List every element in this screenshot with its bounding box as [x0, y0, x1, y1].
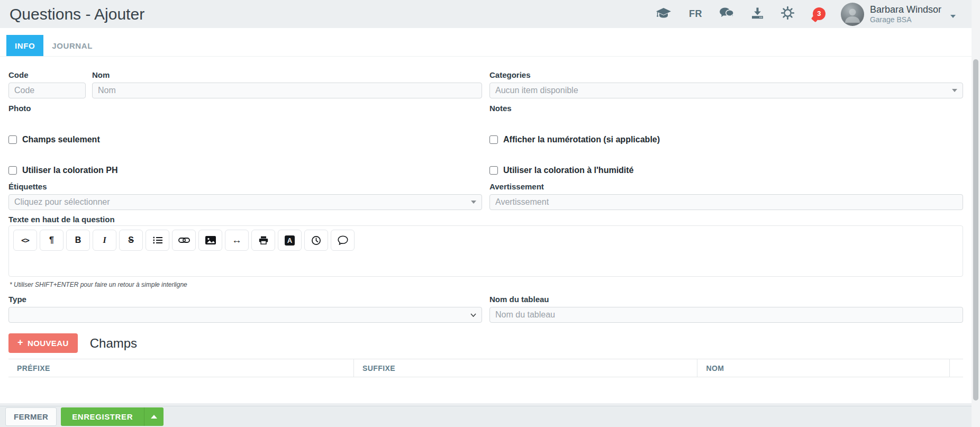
avertissement-input[interactable]: [489, 194, 963, 210]
caret-up-icon: [151, 415, 157, 419]
categories-placeholder: Aucun item disponible: [495, 86, 578, 95]
print-icon[interactable]: [251, 230, 275, 251]
paragraph-icon[interactable]: ¶: [40, 230, 63, 251]
nouveau-button[interactable]: + NOUVEAU: [8, 333, 78, 353]
page-title: Questions - Ajouter: [10, 5, 144, 23]
column-header-prefixe[interactable]: PRÉFIXE: [8, 359, 354, 377]
column-header-nom[interactable]: NOM: [697, 359, 949, 377]
scrollbar-thumb[interactable]: [973, 59, 978, 401]
afficher-numerotation-label: Afficher la numérotation (si applicable): [503, 135, 660, 144]
editor-label: Texte en haut de la question: [8, 215, 963, 224]
image-icon[interactable]: [198, 230, 222, 251]
coloration-humidite-checkbox[interactable]: [489, 166, 498, 175]
tab-info[interactable]: INFO: [6, 35, 43, 56]
enregistrer-button[interactable]: ENREGISTRER: [61, 407, 144, 426]
editor-hint: * Utiliser SHIFT+ENTER pour faire un ret…: [10, 281, 963, 288]
user-name: Barbara Windsor: [870, 4, 941, 16]
italic-icon[interactable]: I: [93, 230, 116, 251]
select-chevron-icon: [470, 313, 476, 317]
column-header-suffixe[interactable]: SUFFIXE: [354, 359, 697, 377]
notifications-icon[interactable]: 3: [812, 7, 825, 21]
champs-table-header: PRÉFIXE SUFFIXE NOM: [8, 359, 963, 377]
avertissement-label: Avertissement: [489, 182, 963, 191]
graduation-cap-icon[interactable]: [656, 7, 672, 21]
code-input[interactable]: [8, 83, 86, 98]
categories-select[interactable]: Aucun item disponible: [489, 83, 963, 98]
list-icon[interactable]: [146, 230, 169, 251]
chevron-down-icon: [471, 201, 476, 204]
user-organization: Garage BSA: [870, 15, 941, 24]
link-icon[interactable]: [172, 230, 196, 251]
champs-seulement-label: Champs seulement: [22, 135, 100, 144]
champs-section-title: Champs: [90, 336, 137, 351]
column-header-actions: [950, 359, 963, 377]
notes-label: Notes: [489, 104, 963, 113]
etiquettes-select[interactable]: Cliquez pour sélectionner: [8, 194, 482, 210]
enregistrer-options-button[interactable]: [144, 407, 164, 426]
nom-label: Nom: [92, 70, 482, 79]
language-selector[interactable]: FR: [689, 8, 702, 20]
main-panel: INFO JOURNAL Code Nom Categories Aucun i…: [0, 28, 980, 403]
user-menu[interactable]: Barbara Windsor Garage BSA: [841, 3, 956, 26]
coloration-humidite-label: Utiliser la coloration à l'humidité: [503, 166, 634, 175]
tab-bar: INFO JOURNAL: [0, 28, 980, 57]
download-icon[interactable]: [751, 7, 764, 21]
champs-seulement-checkbox[interactable]: [8, 135, 17, 144]
tab-journal[interactable]: JOURNAL: [43, 35, 101, 56]
etiquettes-label: Étiquettes: [8, 182, 482, 191]
editor-toolbar: <> ¶ B I S: [13, 230, 958, 251]
top-bar: Questions - Ajouter FR: [0, 0, 980, 28]
form-content: Code Nom Categories Aucun item disponibl…: [0, 70, 980, 377]
rich-text-editor: <> ¶ B I S: [8, 225, 963, 277]
comment-icon[interactable]: [331, 230, 355, 251]
type-select[interactable]: [8, 307, 482, 323]
horizontal-rule-icon[interactable]: ↔: [225, 230, 249, 251]
notification-count-badge: 3: [813, 7, 825, 20]
code-icon[interactable]: <>: [13, 230, 37, 251]
avatar: [841, 3, 864, 26]
code-label: Code: [8, 70, 86, 79]
fermer-button[interactable]: FERMER: [5, 407, 57, 426]
bold-icon[interactable]: B: [66, 230, 90, 251]
user-menu-caret-icon: [950, 15, 956, 18]
enregistrer-split-button: ENREGISTRER: [61, 407, 164, 426]
gear-icon[interactable]: [781, 6, 794, 22]
coloration-ph-label: Utiliser la coloration PH: [22, 166, 117, 175]
nom-input[interactable]: [92, 83, 482, 98]
nom-tableau-label: Nom du tableau: [489, 295, 963, 304]
nom-tableau-input[interactable]: [489, 307, 963, 323]
editor-content[interactable]: [13, 251, 958, 272]
footer-bar: FERMER ENREGISTRER: [0, 406, 980, 427]
afficher-numerotation-checkbox[interactable]: [489, 135, 498, 144]
chevron-down-icon: [952, 89, 957, 92]
coloration-ph-checkbox[interactable]: [8, 166, 17, 175]
photo-label: Photo: [8, 104, 482, 113]
top-icon-cluster: FR: [656, 3, 956, 26]
plus-icon: +: [17, 337, 23, 348]
clock-icon[interactable]: [304, 230, 328, 251]
chat-icon[interactable]: [720, 7, 734, 21]
champs-table: PRÉFIXE SUFFIXE NOM: [8, 359, 963, 377]
etiquettes-placeholder: Cliquez pour sélectionner: [14, 197, 110, 207]
type-label: Type: [8, 295, 482, 304]
scrollbar-track[interactable]: [972, 0, 980, 427]
text-block-icon[interactable]: A: [278, 230, 302, 251]
categories-label: Categories: [489, 70, 963, 79]
strikethrough-icon[interactable]: S: [119, 230, 143, 251]
